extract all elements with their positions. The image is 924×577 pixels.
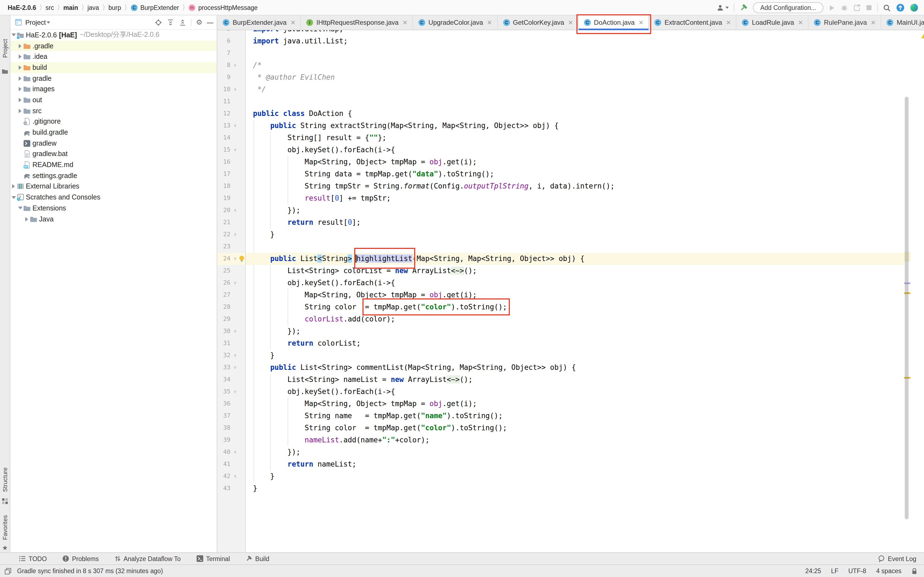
- tool-window-button-todo[interactable]: TODO: [19, 555, 47, 562]
- gutter-line-34[interactable]: 34: [217, 374, 245, 386]
- code-line-15[interactable]: obj.keySet().forEach(i->{: [246, 144, 904, 156]
- line-number[interactable]: 27: [217, 289, 232, 301]
- code-line-19[interactable]: result[0] += tmpStr;: [246, 192, 904, 205]
- line-number[interactable]: 42: [217, 471, 232, 482]
- line-number[interactable]: 14: [217, 132, 232, 144]
- gutter-line-21[interactable]: 21: [217, 216, 245, 229]
- line-number[interactable]: 13: [217, 120, 232, 132]
- tree-item-external-libraries[interactable]: External Libraries: [10, 181, 217, 192]
- code-line-21[interactable]: return result[0];: [246, 216, 904, 229]
- tab-close-icon[interactable]: ✕: [487, 19, 492, 26]
- gutter-line-25[interactable]: 25: [217, 265, 245, 277]
- gutter-line-5[interactable]: 5: [217, 30, 245, 35]
- fold-marker[interactable]: ∧: [232, 474, 238, 479]
- tree-item-settings-gradle[interactable]: settings.gradle: [10, 170, 217, 181]
- tab-burpextender-java[interactable]: CBurpExtender.java✕: [217, 15, 301, 30]
- fold-marker[interactable]: ∨: [232, 63, 238, 68]
- tab-close-icon[interactable]: ✕: [726, 19, 731, 26]
- tool-window-button-favorites[interactable]: Favorites: [2, 515, 8, 540]
- line-number[interactable]: 6: [217, 35, 232, 47]
- gutter-line-18[interactable]: 18: [217, 180, 245, 192]
- line-number[interactable]: 25: [217, 265, 232, 277]
- line-number[interactable]: 15: [217, 144, 232, 156]
- line-number[interactable]: 10: [217, 84, 232, 96]
- tab-close-icon[interactable]: ✕: [291, 19, 296, 26]
- file-encoding[interactable]: UTF-8: [848, 568, 866, 574]
- breadcrumb-item-burp[interactable]: burp: [108, 4, 121, 11]
- indent-setting[interactable]: 4 spaces: [876, 568, 901, 574]
- code-line-39[interactable]: nameList.add(name+":"+color);: [246, 434, 904, 446]
- tab-upgradecolor-java[interactable]: CUpgradeColor.java✕: [413, 15, 498, 30]
- line-number[interactable]: 31: [217, 337, 232, 350]
- chevron-right-icon[interactable]: [17, 65, 23, 70]
- line-number[interactable]: 30: [217, 325, 232, 337]
- user-icon[interactable]: [716, 3, 729, 12]
- hide-panel-icon[interactable]: —: [207, 18, 213, 26]
- tab-loadrule-java[interactable]: CLoadRule.java✕: [737, 15, 809, 30]
- project-panel-title[interactable]: Project: [25, 18, 46, 26]
- gutter-line-29[interactable]: 29: [217, 313, 245, 325]
- fold-marker[interactable]: ∧: [232, 87, 238, 92]
- ide-logo-icon[interactable]: [910, 3, 919, 12]
- code-line-34[interactable]: List<String> nameList = new ArrayList<~>…: [246, 374, 904, 386]
- chevron-right-icon[interactable]: [24, 217, 30, 221]
- code-line-25[interactable]: List<String> colorList = new ArrayList<~…: [246, 265, 904, 277]
- chevron-right-icon[interactable]: [17, 44, 23, 48]
- line-number[interactable]: 38: [217, 422, 232, 434]
- fold-marker[interactable]: ∧: [232, 450, 238, 455]
- line-number[interactable]: 5: [217, 30, 232, 35]
- tree-item-hae-2-0-6[interactable]: HaE-2.0.6[HaE]~/Desktop/分享/HaE-2.0.6: [10, 30, 217, 40]
- gutter-line-23[interactable]: 23: [217, 241, 245, 253]
- code-line-11[interactable]: [246, 96, 904, 108]
- fold-marker[interactable]: ∨: [232, 147, 238, 153]
- fold-marker[interactable]: ∧: [232, 208, 238, 213]
- code-line-33[interactable]: public List<String> commentList(Map<Stri…: [246, 362, 904, 374]
- code-line-31[interactable]: return colorList;: [246, 337, 904, 350]
- code-line-37[interactable]: String name = tmpMap.get("name").toStrin…: [246, 410, 904, 422]
- tab-ihttprequestresponse-java[interactable]: IIHttpRequestResponse.java✕: [301, 15, 413, 30]
- line-number[interactable]: 7: [217, 47, 232, 60]
- gutter-line-19[interactable]: 19: [217, 192, 245, 205]
- gutter-line-24[interactable]: 24∨: [217, 253, 245, 265]
- tab-extractcontent-java[interactable]: CExtractContent.java✕: [649, 15, 737, 30]
- tree-item--gradle[interactable]: .gradle: [10, 40, 217, 51]
- locate-file-icon[interactable]: [155, 18, 163, 26]
- add-configuration-button[interactable]: Add Configuration...: [753, 2, 823, 13]
- line-number[interactable]: 41: [217, 458, 232, 471]
- tree-item-gradle[interactable]: gradle: [10, 73, 217, 84]
- tool-window-button-problems[interactable]: Problems: [62, 555, 99, 562]
- gutter-line-31[interactable]: 31: [217, 337, 245, 350]
- gutter-line-11[interactable]: 11: [217, 96, 245, 108]
- gutter-line-7[interactable]: 7: [217, 47, 245, 60]
- tree-item--idea[interactable]: .idea: [10, 52, 217, 62]
- chevron-right-icon[interactable]: [17, 98, 23, 102]
- line-number[interactable]: 12: [217, 108, 232, 120]
- line-number[interactable]: 36: [217, 398, 232, 410]
- code-line-13[interactable]: public String extractString(Map<String, …: [246, 120, 904, 132]
- code-line-29[interactable]: colorList.add(color);: [246, 313, 904, 325]
- line-number[interactable]: 23: [217, 241, 232, 253]
- chevron-down-icon[interactable]: [17, 207, 23, 210]
- intention-bulb-icon[interactable]: [238, 255, 245, 263]
- breadcrumb-item-src[interactable]: src: [46, 4, 54, 11]
- line-number[interactable]: 11: [217, 96, 232, 108]
- code-line-27[interactable]: Map<String, Object> tmpMap = obj.get(i);: [246, 289, 904, 301]
- line-number[interactable]: 29: [217, 313, 232, 325]
- chevron-right-icon[interactable]: [17, 76, 23, 81]
- gutter-line-41[interactable]: 41: [217, 458, 245, 471]
- tree-item-scratches-and-consoles[interactable]: Scratches and Consoles: [10, 192, 217, 203]
- code-line-18[interactable]: String tmpStr = String.format(Config.out…: [246, 180, 904, 192]
- tree-item-src[interactable]: src: [10, 105, 217, 116]
- gutter-line-17[interactable]: 17: [217, 168, 245, 180]
- code-pane[interactable]: import java.util.Map;import java.util.Li…: [246, 30, 904, 552]
- gutter-line-32[interactable]: 32∧: [217, 350, 245, 362]
- line-number[interactable]: 21: [217, 216, 232, 229]
- editor-gutter[interactable]: 5678∨910∧111213∨1415∨1617181920∧2122∧232…: [217, 30, 246, 552]
- gutter-line-10[interactable]: 10∧: [217, 84, 245, 96]
- tool-window-button-terminal[interactable]: Terminal: [196, 555, 230, 562]
- gutter-line-42[interactable]: 42∧: [217, 471, 245, 482]
- gutter-line-6[interactable]: 6: [217, 35, 245, 47]
- fold-marker[interactable]: ∧: [232, 329, 238, 334]
- chevron-right-icon[interactable]: [17, 108, 23, 113]
- code-line-14[interactable]: String[] result = {""};: [246, 132, 904, 144]
